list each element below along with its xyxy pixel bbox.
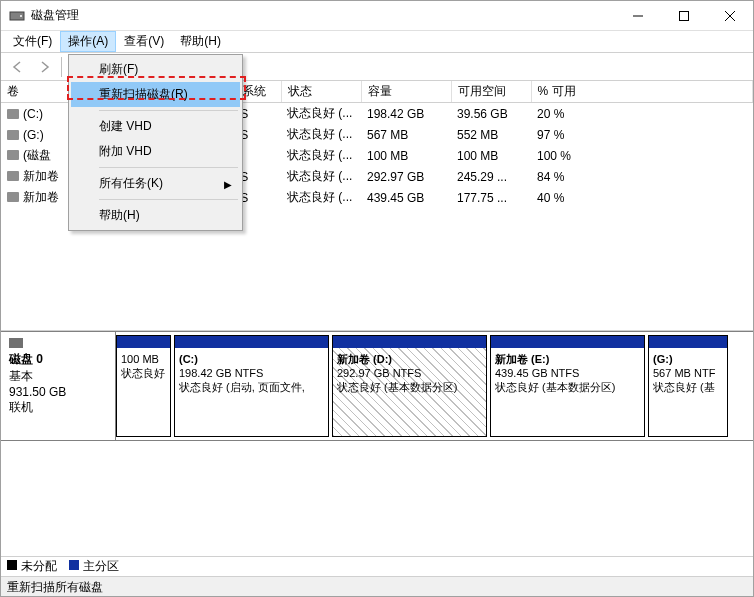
partition-header	[175, 336, 328, 348]
cell-pct: 100 %	[531, 145, 753, 166]
titlebar: 磁盘管理	[1, 1, 753, 31]
partition-status: 状态良好 (基	[653, 381, 715, 393]
forward-button[interactable]	[33, 56, 55, 78]
cell-volume: (磁盘	[23, 148, 51, 162]
legend: 未分配 主分区	[1, 556, 753, 576]
cell-volume: (C:)	[23, 107, 43, 121]
col-status[interactable]: 状态	[281, 81, 361, 103]
partition-size: 567 MB NTF	[653, 367, 715, 379]
partition-status: 状态良好	[121, 367, 165, 379]
partition-header	[117, 336, 170, 348]
partition-status: 状态良好 (基本数据分区)	[337, 381, 457, 393]
col-volume[interactable]: 卷	[1, 81, 71, 103]
cell-capacity: 567 MB	[361, 124, 451, 145]
maximize-button[interactable]	[661, 1, 707, 31]
partition-size: 100 MB	[121, 353, 159, 365]
disk-state: 联机	[9, 399, 107, 416]
cell-pct: 97 %	[531, 124, 753, 145]
disk-name: 磁盘 0	[9, 351, 107, 368]
action-menu-dropdown: 刷新(F) 重新扫描磁盘(R) 创建 VHD 附加 VHD 所有任务(K)▶ 帮…	[68, 54, 243, 231]
volume-icon	[7, 192, 19, 202]
partition[interactable]: 新加卷 (E:)439.45 GB NTFS状态良好 (基本数据分区)	[490, 335, 645, 437]
menu-all-tasks[interactable]: 所有任务(K)▶	[71, 171, 240, 196]
menu-action[interactable]: 操作(A)	[60, 31, 116, 52]
minimize-button[interactable]	[615, 1, 661, 31]
disk-info[interactable]: 磁盘 0 基本 931.50 GB 联机	[1, 332, 116, 440]
cell-capacity: 439.45 GB	[361, 187, 451, 208]
partition-size: 439.45 GB NTFS	[495, 367, 579, 379]
cell-free: 245.29 ...	[451, 166, 531, 187]
cell-free: 100 MB	[451, 145, 531, 166]
back-button[interactable]	[7, 56, 29, 78]
window-title: 磁盘管理	[31, 7, 615, 24]
cell-status: 状态良好 (...	[281, 166, 361, 187]
menu-refresh[interactable]: 刷新(F)	[71, 57, 240, 82]
cell-pct: 40 %	[531, 187, 753, 208]
legend-primary: 主分区	[69, 558, 119, 575]
partition-header	[649, 336, 727, 348]
cell-capacity: 292.97 GB	[361, 166, 451, 187]
partition-size: 198.42 GB NTFS	[179, 367, 263, 379]
partition-size: 292.97 GB NTFS	[337, 367, 421, 379]
menu-help[interactable]: 帮助(H)	[71, 203, 240, 228]
col-pctfree[interactable]: % 可用	[531, 81, 753, 103]
cell-pct: 20 %	[531, 103, 753, 125]
disk-icon	[9, 338, 23, 348]
menu-view[interactable]: 查看(V)	[116, 31, 172, 52]
cell-volume: 新加卷	[23, 190, 59, 204]
svg-point-1	[20, 15, 22, 17]
close-button[interactable]	[707, 1, 753, 31]
partition-label: (G:)	[653, 353, 673, 365]
menu-create-vhd[interactable]: 创建 VHD	[71, 114, 240, 139]
cell-status: 状态良好 (...	[281, 103, 361, 125]
cell-free: 552 MB	[451, 124, 531, 145]
menu-file[interactable]: 文件(F)	[5, 31, 60, 52]
partition-label: (C:)	[179, 353, 198, 365]
legend-unallocated: 未分配	[7, 558, 57, 575]
cell-volume: 新加卷	[23, 169, 59, 183]
disk-size: 931.50 GB	[9, 385, 107, 399]
partition-status: 状态良好 (基本数据分区)	[495, 381, 615, 393]
partition-status: 状态良好 (启动, 页面文件,	[179, 381, 305, 393]
volume-icon	[7, 150, 19, 160]
partition-label: 新加卷 (D:)	[337, 353, 392, 365]
menu-rescan-disks[interactable]: 重新扫描磁盘(R)	[71, 82, 240, 107]
volume-icon	[7, 130, 19, 140]
cell-free: 177.75 ...	[451, 187, 531, 208]
cell-free: 39.56 GB	[451, 103, 531, 125]
volume-icon	[7, 109, 19, 119]
disk-mgmt-icon	[9, 8, 25, 24]
partition[interactable]: (G:)567 MB NTF状态良好 (基	[648, 335, 728, 437]
col-free[interactable]: 可用空间	[451, 81, 531, 103]
disk-graphical-view: 磁盘 0 基本 931.50 GB 联机 100 MB状态良好(C:)198.4…	[1, 331, 753, 441]
partition[interactable]: 新加卷 (D:)292.97 GB NTFS状态良好 (基本数据分区)	[332, 335, 487, 437]
volume-icon	[7, 171, 19, 181]
partition-label: 新加卷 (E:)	[495, 353, 549, 365]
partition-header	[491, 336, 644, 348]
menubar: 文件(F) 操作(A) 查看(V) 帮助(H)	[1, 31, 753, 53]
cell-capacity: 100 MB	[361, 145, 451, 166]
cell-capacity: 198.42 GB	[361, 103, 451, 125]
disk-type: 基本	[9, 368, 107, 385]
partition-header	[333, 336, 486, 348]
status-bar: 重新扫描所有磁盘	[1, 576, 753, 596]
cell-volume: (G:)	[23, 128, 44, 142]
cell-pct: 84 %	[531, 166, 753, 187]
partition[interactable]: 100 MB状态良好	[116, 335, 171, 437]
col-capacity[interactable]: 容量	[361, 81, 451, 103]
toolbar-btn-3[interactable]	[725, 56, 747, 78]
submenu-arrow-icon: ▶	[224, 178, 232, 189]
empty-area	[1, 441, 753, 556]
menu-attach-vhd[interactable]: 附加 VHD	[71, 139, 240, 164]
cell-status: 状态良好 (...	[281, 145, 361, 166]
menu-help[interactable]: 帮助(H)	[172, 31, 229, 52]
cell-status: 状态良好 (...	[281, 187, 361, 208]
svg-rect-3	[680, 11, 689, 20]
partition[interactable]: (C:)198.42 GB NTFS状态良好 (启动, 页面文件,	[174, 335, 329, 437]
cell-status: 状态良好 (...	[281, 124, 361, 145]
